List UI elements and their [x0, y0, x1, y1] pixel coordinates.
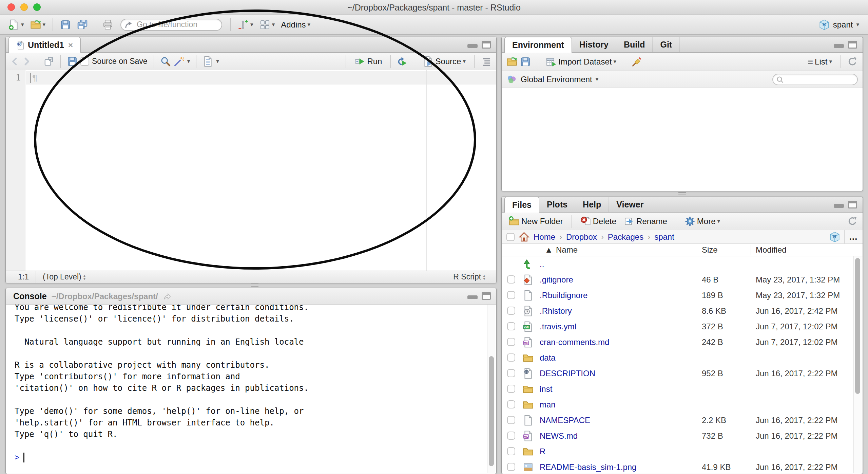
back-icon[interactable]: [11, 57, 19, 66]
file-row-checkbox[interactable]: [507, 275, 515, 284]
console-scrollbar[interactable]: [487, 305, 495, 473]
file-name-link[interactable]: .gitignore: [540, 275, 573, 285]
file-row[interactable]: cran-comments.md242 BJun 7, 2017, 12:02 …: [502, 334, 853, 350]
tab-environment[interactable]: Environment: [504, 37, 572, 53]
save-workspace-icon[interactable]: [520, 56, 531, 67]
import-dataset-button[interactable]: Import Dataset ▾: [543, 55, 619, 69]
file-type-selector[interactable]: R Script ▴▾: [442, 271, 496, 283]
clear-workspace-broom-icon[interactable]: [631, 56, 642, 67]
stepper-icon[interactable]: ▴▾: [83, 274, 86, 280]
addins-menu-button[interactable]: Addins▾: [278, 19, 313, 31]
file-row[interactable]: README-basis_sim-1.png41.9 KBJun 16, 201…: [502, 459, 853, 473]
column-header-size[interactable]: Size: [702, 245, 718, 255]
file-row[interactable]: .Rbuildignore189 BMay 23, 2017, 1:32 PM: [502, 288, 853, 303]
file-name-link[interactable]: ..: [540, 259, 544, 269]
tab-plots[interactable]: Plots: [539, 197, 575, 212]
find-replace-icon[interactable]: [160, 56, 171, 67]
file-name-link[interactable]: data: [540, 353, 556, 363]
file-name-link[interactable]: README-basis_sim-1.png: [540, 462, 636, 472]
file-row[interactable]: man: [502, 397, 853, 413]
file-name-link[interactable]: .travis.yml: [540, 322, 576, 331]
file-row-checkbox[interactable]: [507, 416, 515, 424]
minimize-pane-icon[interactable]: [834, 44, 844, 48]
file-name-link[interactable]: DESCRIPTION: [540, 369, 595, 378]
minimize-pane-icon[interactable]: [467, 44, 478, 48]
breadcrumb-dropbox[interactable]: Dropbox: [566, 232, 597, 242]
open-file-button[interactable]: ▾: [28, 18, 48, 32]
open-in-new-window-icon[interactable]: [43, 56, 54, 67]
compile-report-icon[interactable]: [202, 56, 213, 67]
scrollbar-thumb[interactable]: [855, 258, 860, 394]
file-row[interactable]: DESCRIPTION952 BJun 16, 2017, 2:22 PM: [502, 366, 853, 381]
file-row-checkbox[interactable]: [507, 369, 515, 377]
delete-button[interactable]: Delete: [578, 215, 619, 228]
file-row[interactable]: data: [502, 350, 853, 366]
file-row-checkbox[interactable]: [507, 307, 515, 315]
minimize-pane-icon[interactable]: [834, 204, 844, 208]
list-view-button[interactable]: ≡ List ▾: [805, 55, 834, 69]
file-row-checkbox[interactable]: [507, 447, 515, 455]
tab-viewer[interactable]: Viewer: [609, 197, 651, 212]
ellipsis-icon[interactable]: …: [844, 230, 862, 243]
code-editor[interactable]: 1 ¶: [6, 70, 496, 271]
select-all-checkbox[interactable]: [506, 233, 515, 241]
file-row-checkbox[interactable]: [507, 432, 515, 440]
maximize-pane-icon[interactable]: [482, 292, 491, 300]
file-row[interactable]: ..: [502, 256, 853, 272]
breadcrumb-spant[interactable]: spant: [654, 232, 674, 242]
file-row[interactable]: .Rhistory8.6 KBJun 16, 2017, 2:42 PM: [502, 303, 853, 319]
load-workspace-icon[interactable]: [506, 56, 517, 67]
chevron-down-icon[interactable]: ▾: [187, 58, 190, 64]
save-document-icon[interactable]: [67, 56, 78, 67]
tab-untitled1[interactable]: Untitled1 ×: [8, 37, 81, 53]
home-icon[interactable]: [519, 232, 529, 242]
maximize-pane-icon[interactable]: [848, 41, 857, 49]
source-on-save-checkbox[interactable]: [80, 57, 89, 66]
file-row-checkbox[interactable]: [507, 353, 515, 362]
file-name-link[interactable]: inst: [540, 384, 552, 394]
chevron-down-icon[interactable]: ▾: [216, 58, 219, 64]
close-tab-icon[interactable]: ×: [68, 40, 73, 50]
new-folder-button[interactable]: New Folder: [506, 215, 565, 228]
document-outline-icon[interactable]: [481, 56, 491, 67]
file-name-link[interactable]: cran-comments.md: [540, 338, 609, 347]
tab-help[interactable]: Help: [575, 197, 609, 212]
rerun-icon[interactable]: [397, 56, 408, 67]
file-row[interactable]: NEWS.md732 BJun 16, 2017, 2:22 PM: [502, 428, 853, 444]
version-control-button[interactable]: ▾: [235, 18, 256, 32]
file-row[interactable]: NAMESPACE2.2 KBJun 16, 2017, 2:22 PM: [502, 413, 853, 428]
tab-files[interactable]: Files: [504, 197, 539, 213]
tab-git[interactable]: Git: [653, 37, 680, 52]
file-row[interactable]: R: [502, 444, 853, 459]
sort-ascending-icon[interactable]: ▲: [545, 245, 553, 255]
minimize-window-icon[interactable]: [20, 3, 28, 11]
workspace-panes-button[interactable]: ▾: [257, 18, 277, 32]
zoom-window-icon[interactable]: [33, 3, 41, 11]
breadcrumb-home[interactable]: Home: [534, 232, 555, 242]
tab-history[interactable]: History: [572, 37, 616, 52]
maximize-pane-icon[interactable]: [482, 41, 491, 49]
column-header-name[interactable]: Name: [556, 245, 578, 255]
file-row[interactable]: .travis.yml372 BJun 7, 2017, 12:02 PM: [502, 319, 853, 334]
run-button[interactable]: Run: [352, 55, 384, 68]
environment-search-input[interactable]: [772, 74, 858, 85]
save-all-button[interactable]: [75, 18, 90, 32]
forward-icon[interactable]: [22, 57, 31, 66]
minimize-pane-icon[interactable]: [467, 295, 478, 299]
file-name-link[interactable]: man: [540, 400, 556, 409]
file-name-link[interactable]: R: [540, 447, 545, 456]
scope-selector[interactable]: (Top Level): [43, 272, 81, 281]
close-window-icon[interactable]: [7, 3, 15, 11]
console-output[interactable]: You are welcome to redistribute it under…: [6, 305, 487, 473]
source-button[interactable]: Source ▾: [420, 55, 468, 68]
console-prompt-row[interactable]: >: [15, 452, 487, 463]
refresh-icon[interactable]: [847, 216, 858, 227]
file-row-checkbox[interactable]: [507, 322, 515, 330]
horizontal-splitter-grip[interactable]: [678, 192, 686, 195]
save-button[interactable]: [58, 18, 73, 32]
refresh-icon[interactable]: [847, 56, 858, 67]
rename-button[interactable]: Rename: [621, 215, 670, 228]
file-row-checkbox[interactable]: [507, 400, 515, 408]
open-directory-icon[interactable]: [163, 292, 172, 301]
file-name-link[interactable]: .Rhistory: [540, 306, 572, 316]
